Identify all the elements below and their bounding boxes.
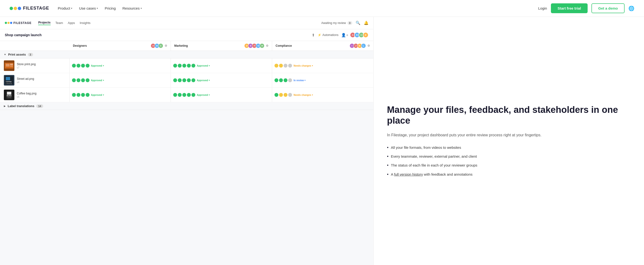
list-item: • Every teammate, reviewer, external par… [387, 154, 630, 159]
status-dot [182, 64, 186, 68]
app-panel: FILESTAGE Projects Team Apps Insights Aw… [0, 17, 374, 265]
print-assets-group-header[interactable]: ▼ Print assets 3 [0, 51, 373, 58]
nav-usecases[interactable]: Use cases ▾ [79, 6, 98, 10]
globe-icon[interactable]: 🌐 [628, 5, 634, 11]
group-name: Print assets [8, 53, 26, 56]
notification-icon[interactable]: 🔔 [364, 21, 368, 25]
status-dot [274, 93, 278, 97]
status-badge[interactable]: Approved ▾ [197, 94, 210, 96]
start-trial-button[interactable]: Start free trial [551, 3, 588, 13]
logo-dot-green [10, 7, 13, 10]
status-dot [81, 78, 85, 82]
add-reviewer-icon[interactable]: 👤+ [341, 33, 348, 37]
col-avatar: L [361, 43, 366, 48]
status-dot [81, 64, 85, 68]
logo-dot-yellow [14, 7, 17, 10]
status-badge[interactable]: Approved ▾ [197, 79, 210, 82]
bullet-text: Every teammate, reviewer, external partn… [391, 154, 477, 159]
status-cell: Approved ▾ [70, 73, 171, 87]
dots-row [274, 78, 292, 82]
status-cell: Approved ▾ [171, 58, 272, 73]
status-badge[interactable]: Approved ▾ [91, 79, 104, 82]
svg-rect-2 [6, 64, 10, 67]
awaiting-label: Awaiting my review [321, 21, 346, 25]
chevron-down-icon: ▾ [140, 7, 142, 9]
navbar-left: FILESTAGE Product ▾ Use cases ▾ Pricing … [10, 6, 142, 11]
lightning-icon: ⚡ [318, 33, 321, 37]
nav-product[interactable]: Product ▾ [58, 6, 72, 10]
status-dot [284, 78, 288, 82]
get-demo-button[interactable]: Get a demo [592, 3, 624, 13]
badge-label: Approved [197, 79, 208, 82]
status-badge[interactable]: In review ▾ [294, 79, 306, 82]
app-nav-insights[interactable]: Insights [80, 21, 90, 25]
app-logo-dot-yellow [8, 22, 10, 24]
badge-label: Approved [91, 64, 102, 67]
col-header-actions: I J K L ⚙ [350, 43, 370, 48]
status-dot [284, 64, 288, 68]
app-nav-projects[interactable]: Projects [38, 21, 50, 25]
status-dot [187, 64, 191, 68]
col-settings-icon[interactable]: ⚙ [367, 44, 370, 47]
status-dot [279, 78, 283, 82]
badge-chevron-icon: ▾ [312, 65, 313, 67]
label-translations-group-header[interactable]: ▶ Label translations 14 [0, 102, 373, 110]
app-logo-dot-green [5, 22, 7, 24]
nav-pricing[interactable]: Pricing [104, 6, 116, 10]
version-history-link[interactable]: full version history [394, 172, 423, 176]
status-dot [86, 78, 90, 82]
dots-row [173, 78, 195, 82]
status-cell: In review ▾ [272, 73, 373, 87]
status-dot [178, 93, 182, 97]
chevron-down-icon: ▾ [71, 7, 72, 9]
badge-chevron-icon: ▾ [209, 79, 210, 81]
search-icon[interactable]: 🔍 [356, 21, 360, 25]
status-badge[interactable]: Approved ▾ [197, 64, 210, 67]
upload-icon[interactable]: ⬆ [312, 33, 315, 37]
col-settings-icon[interactable]: ⚙ [266, 44, 268, 47]
status-dot [86, 93, 90, 97]
file-name: Street ad.png [17, 77, 34, 80]
project-header: Shop campaign launch ⬆ ⚡ Automations 👤+ … [0, 29, 373, 41]
status-badge[interactable]: Needs changes ▾ [294, 94, 313, 96]
svg-rect-12 [7, 92, 11, 95]
file-version: v6 [17, 96, 36, 98]
app-nav-apps[interactable]: Apps [68, 21, 75, 25]
dots-row [72, 64, 90, 68]
status-badge[interactable]: Needs changes ▾ [294, 64, 313, 67]
logo[interactable]: FILESTAGE [10, 6, 49, 11]
list-item: • All your file formats, from videos to … [387, 145, 630, 150]
automations-button[interactable]: ⚡ Automations [318, 33, 338, 37]
avatar: D [363, 32, 368, 38]
login-button[interactable]: Login [538, 6, 547, 10]
list-item: • A full version history with feedback a… [387, 172, 630, 177]
status-dot [187, 78, 191, 82]
svg-text:COFFEE: COFFEE [6, 81, 12, 82]
file-version: v4 [17, 81, 34, 84]
group-expand-icon: ▶ [4, 105, 6, 107]
status-dot [81, 93, 85, 97]
svg-text:BUNA: BUNA [7, 95, 12, 97]
col-avatar-group: A B C [152, 43, 163, 48]
status-dot [288, 93, 292, 97]
svg-rect-3 [10, 64, 13, 65]
file-thumbnail: COFFEE & BREKKIE [4, 75, 14, 85]
logo-dot-blue [18, 7, 21, 10]
status-badge[interactable]: Approved ▾ [91, 94, 104, 96]
col-settings-icon[interactable]: ⚙ [164, 44, 167, 47]
logo-dots [10, 7, 21, 10]
status-badge[interactable]: Approved ▾ [91, 64, 104, 67]
thumb-svg [4, 60, 14, 71]
badge-label: Approved [91, 94, 102, 96]
bullet-list: • All your file formats, from videos to … [387, 145, 630, 178]
nav-resources[interactable]: Resources ▾ [122, 6, 142, 10]
app-logo-dots [5, 22, 12, 24]
file-version: v7 [17, 66, 36, 69]
col-avatar: H [260, 43, 264, 48]
status-dot [76, 93, 80, 97]
app-logo: FILESTAGE [5, 21, 32, 25]
bullet-dot: • [387, 154, 388, 159]
dots-row [274, 93, 292, 97]
app-nav-team[interactable]: Team [56, 21, 63, 25]
bullet-text: A full version history with feedback and… [391, 172, 472, 177]
